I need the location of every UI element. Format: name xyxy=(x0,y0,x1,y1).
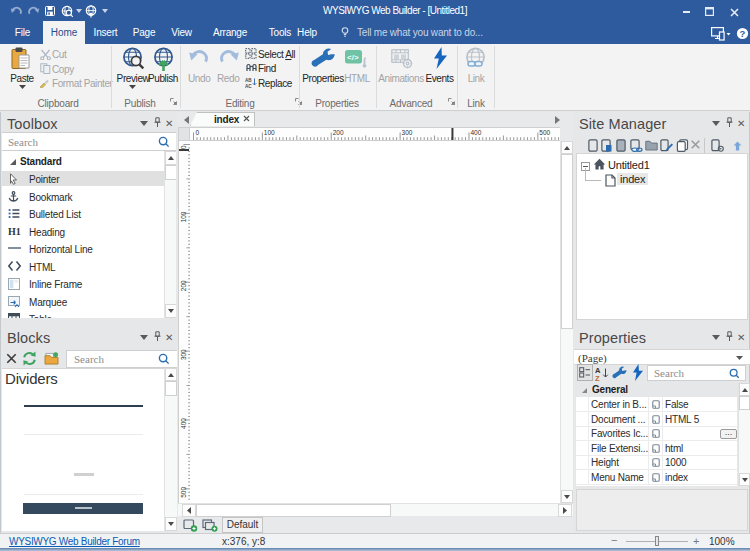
svg-text:AC: AC xyxy=(245,84,252,88)
svg-text:200: 200 xyxy=(180,280,187,291)
svg-text:300: 300 xyxy=(402,129,413,136)
svg-text:0: 0 xyxy=(196,129,200,136)
svg-text:400: 400 xyxy=(180,418,187,429)
svg-text:Z: Z xyxy=(595,374,600,382)
svg-text:AB: AB xyxy=(245,78,252,83)
svg-text:500: 500 xyxy=(539,129,550,136)
svg-text:100: 100 xyxy=(180,211,187,222)
svg-text:400: 400 xyxy=(470,129,481,136)
svg-text:100: 100 xyxy=(264,129,275,136)
svg-text:H1: H1 xyxy=(8,226,21,236)
svg-text:?: ? xyxy=(740,28,746,39)
svg-text:</>: </> xyxy=(347,53,359,62)
svg-text:0: 0 xyxy=(180,145,187,149)
svg-text:200: 200 xyxy=(333,129,344,136)
svg-text:300: 300 xyxy=(180,349,187,360)
svg-text:500: 500 xyxy=(180,487,187,498)
